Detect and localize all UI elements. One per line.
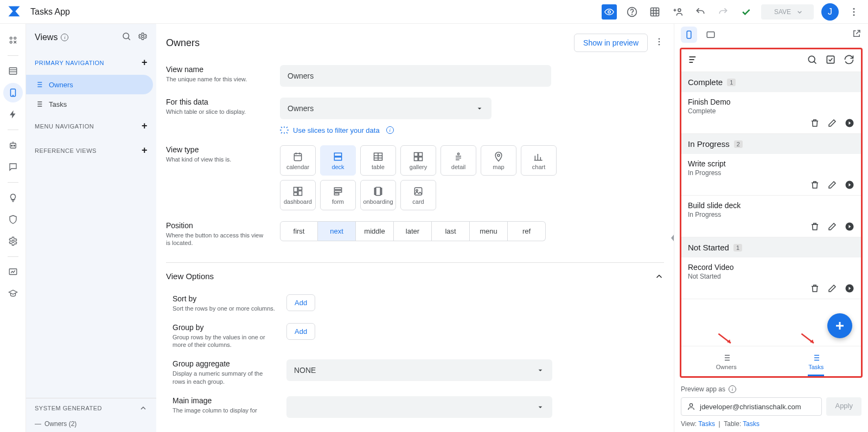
group-aggregate-select[interactable]: NONE <box>286 359 552 381</box>
task-item[interactable]: Write scriptIn Progress <box>681 154 861 196</box>
position-later[interactable]: later <box>394 221 432 241</box>
section-reference-views[interactable]: REFERENCE VIEWS + <box>26 138 156 163</box>
refresh-icon[interactable] <box>844 54 854 67</box>
undo-icon[interactable] <box>693 4 708 20</box>
more-vert-icon[interactable] <box>846 4 861 20</box>
viewtype-card[interactable]: card <box>400 180 436 210</box>
edit-icon[interactable] <box>827 222 837 234</box>
section-primary-nav[interactable]: PRIMARY NAVIGATION + <box>26 50 156 75</box>
footer-table-link[interactable]: Tasks <box>743 420 760 428</box>
rail-security-icon[interactable] <box>3 210 23 229</box>
grid-icon[interactable] <box>647 4 662 20</box>
add-sort-button[interactable]: Add <box>286 294 315 311</box>
rail-data-icon[interactable] <box>3 61 23 81</box>
info-icon[interactable]: i <box>729 385 736 393</box>
edit-icon[interactable] <box>827 118 837 130</box>
position-next[interactable]: next <box>318 221 356 241</box>
arrow-right-icon[interactable] <box>845 222 854 234</box>
preview-controls <box>674 24 868 46</box>
viewtype-dashboard[interactable]: dashboard <box>280 180 316 210</box>
system-sub-item[interactable]: —Owners (2) <box>26 418 156 432</box>
search-icon[interactable] <box>807 54 818 67</box>
search-icon[interactable] <box>122 31 131 43</box>
main-image-select[interactable] <box>286 396 552 418</box>
arrow-right-icon[interactable] <box>845 118 854 130</box>
info-icon[interactable]: i <box>61 34 68 41</box>
edit-icon[interactable] <box>827 180 837 192</box>
checkbox-icon[interactable] <box>825 54 836 67</box>
tablet-preview-button[interactable] <box>703 27 719 43</box>
hamburger-icon[interactable] <box>688 54 699 67</box>
rail-home-icon[interactable] <box>3 30 23 50</box>
task-item[interactable]: Record VideoNot Started <box>681 257 861 299</box>
for-data-select[interactable]: Owners <box>280 98 492 119</box>
rail-automation-icon[interactable] <box>3 136 23 155</box>
svg-rect-88 <box>827 56 834 63</box>
rail-settings-icon[interactable] <box>3 231 23 251</box>
viewtype-detail[interactable]: detail <box>441 145 476 176</box>
svg-rect-3 <box>650 8 659 16</box>
section-menu-nav[interactable]: MENU NAVIGATION + <box>26 114 156 138</box>
view-item-owners[interactable]: Owners <box>26 75 153 94</box>
help-icon[interactable] <box>624 4 640 20</box>
viewtype-form[interactable]: form <box>320 180 356 210</box>
delete-icon[interactable] <box>810 283 820 295</box>
save-button[interactable]: SAVE <box>761 4 814 20</box>
add-group-button[interactable]: Add <box>286 323 315 340</box>
position-menu[interactable]: menu <box>470 221 508 241</box>
add-user-icon[interactable] <box>670 4 685 20</box>
delete-icon[interactable] <box>810 118 820 130</box>
view-options-header[interactable]: View Options <box>166 266 664 289</box>
preview-email-input[interactable]: jdeveloper@christianschalk.com <box>681 397 822 416</box>
position-middle[interactable]: middle <box>356 221 394 241</box>
fab-add-button[interactable] <box>827 313 852 338</box>
more-vert-icon[interactable] <box>654 37 664 49</box>
view-item-tasks[interactable]: Tasks <box>26 94 156 114</box>
task-item[interactable]: Finish DemoComplete <box>681 92 861 134</box>
position-first[interactable]: first <box>280 221 318 241</box>
add-icon[interactable]: + <box>142 57 148 68</box>
position-ref[interactable]: ref <box>508 221 546 241</box>
arrow-right-icon[interactable] <box>845 283 854 295</box>
viewtype-deck[interactable]: deck <box>320 145 356 176</box>
viewtype-gallery[interactable]: gallery <box>400 145 436 176</box>
info-icon[interactable]: i <box>386 126 394 134</box>
footer-view-link[interactable]: Tasks <box>698 420 715 428</box>
view-name-input[interactable] <box>280 65 551 87</box>
add-icon[interactable]: + <box>142 120 148 132</box>
phone-preview-button[interactable] <box>681 27 697 43</box>
rail-chat-icon[interactable] <box>3 157 23 177</box>
check-icon[interactable] <box>738 4 754 20</box>
position-last[interactable]: last <box>432 221 470 241</box>
add-icon[interactable]: + <box>142 145 148 156</box>
delete-icon[interactable] <box>810 222 820 234</box>
edit-icon[interactable] <box>827 283 837 295</box>
viewtype-chart[interactable]: chart <box>521 145 557 176</box>
expand-handle-icon[interactable] <box>671 228 675 248</box>
open-external-icon[interactable] <box>852 29 861 41</box>
preview-icon[interactable] <box>602 4 617 20</box>
apply-button[interactable]: Apply <box>826 397 861 416</box>
bottom-nav-tasks[interactable]: Tasks <box>771 346 861 376</box>
rail-views-icon[interactable] <box>3 83 23 102</box>
viewtype-calendar[interactable]: calendar <box>280 145 316 176</box>
section-system-generated[interactable]: SYSTEM GENERATED <box>26 398 156 418</box>
rail-intelligence-icon[interactable] <box>3 188 23 208</box>
viewtype-map[interactable]: map <box>481 145 516 176</box>
gear-icon[interactable] <box>138 31 148 43</box>
redo-icon[interactable] <box>716 4 731 20</box>
bottom-nav-owners[interactable]: Owners <box>681 346 771 376</box>
arrow-right-icon[interactable] <box>845 180 854 192</box>
show-in-preview-button[interactable]: Show in preview <box>574 34 648 52</box>
viewtype-table[interactable]: table <box>360 145 396 176</box>
rail-manage-icon[interactable] <box>3 262 23 282</box>
rail-actions-icon[interactable] <box>3 105 23 124</box>
viewtype-onboarding[interactable]: onboarding <box>360 180 396 210</box>
avatar[interactable]: J <box>821 3 839 21</box>
slices-hint[interactable]: Use slices to filter your data i <box>280 126 664 134</box>
svg-rect-56 <box>414 152 418 156</box>
rail-learn-icon[interactable] <box>3 284 23 304</box>
delete-icon[interactable] <box>810 180 820 192</box>
top-header: Tasks App SAVE J <box>0 0 868 24</box>
task-item[interactable]: Build slide deckIn Progress <box>681 196 861 237</box>
